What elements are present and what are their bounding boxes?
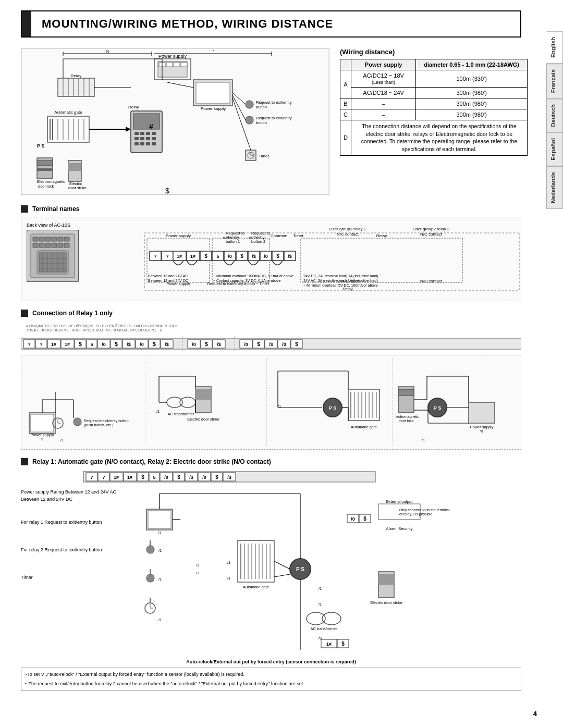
svg-text:/$: /$ (189, 475, 193, 480)
svg-text:button: button (256, 105, 267, 109)
conn-diag-3-svg: P S Automatic gate /1 (270, 361, 390, 444)
svg-text:Timer: Timer (293, 233, 303, 238)
conn-diag-1-svg: Power supply /1 Request to exit/entry bu… (27, 361, 141, 444)
row-label-a: A (340, 70, 351, 98)
table-row: C – 300m (980') (340, 109, 528, 120)
svg-text:/1: /1 (278, 404, 281, 409)
wiring-diagram-svg: Power supply % " Relay (21, 48, 329, 194)
svg-text:24V AC, 3A (resistive load) 1A: 24V AC, 3A (resistive load) 1A (inductiv… (303, 279, 378, 283)
svg-text:$: $ (141, 474, 144, 480)
svg-text:Power supply: Power supply (30, 433, 54, 437)
relay1-only-label: Connection of Relay 1 only (32, 310, 113, 317)
svg-rect-67 (37, 168, 53, 171)
svg-text:External output: External output (386, 499, 413, 504)
svg-text:P S: P S (37, 143, 44, 149)
svg-text:$: $ (276, 253, 279, 259)
svg-text:button 1: button 1 (226, 239, 240, 244)
svg-text:door strike: door strike (68, 186, 87, 190)
svg-rect-89 (58, 237, 63, 241)
svg-text:1#: 1# (127, 475, 132, 480)
col-header-row-label (340, 59, 351, 70)
svg-rect-93 (45, 243, 51, 248)
lang-spanish[interactable]: Español (546, 132, 563, 166)
svg-text:~ Minimum overload :5V DC, 100: ~ Minimum overload :5V DC, 100mA or abov… (303, 283, 378, 287)
svg-text:/$: /$ (165, 342, 169, 347)
relay12-terminal-strip: 7 7 1# 1# $ 5 /0 $ /$ /0 $ /$ (21, 470, 521, 484)
svg-rect-85 (33, 237, 38, 241)
svg-text:/0: /0 (351, 516, 355, 522)
svg-text:$: $ (204, 253, 207, 259)
lang-french[interactable]: Français (546, 64, 563, 98)
conn-diagram-1: Power supply /1 Request to exit/entry bu… (25, 359, 145, 446)
svg-rect-42 (146, 137, 150, 140)
svg-text:User group1 relay 1: User group1 relay 1 (329, 227, 366, 231)
svg-rect-333 (378, 504, 420, 520)
page-title-box: MOUNTING/WIRING METHOD, WIRING DISTANCE (21, 10, 521, 38)
svg-text:AC transformer: AC transformer (167, 412, 194, 416)
main-content: MOUNTING/WIRING METHOD, WIRING DISTANCE … (0, 0, 563, 712)
page-number: 4 (533, 710, 537, 718)
svg-text:Relay: Relay (128, 105, 139, 109)
svg-rect-237 (348, 389, 380, 421)
svg-text:Request to exit/entry: Request to exit/entry (256, 100, 292, 105)
svg-text:7: 7 (102, 475, 105, 480)
table-row: A AC/DC12 ~ 18V(Less than) 100m (330') (340, 70, 528, 88)
svg-text:1#: 1# (65, 342, 70, 347)
svg-text:Between 12 and 24V DC: Between 12 and 24V DC (148, 279, 188, 282)
timer-label-left: Timer (21, 575, 136, 580)
svg-text:Relay: Relay (342, 287, 352, 291)
col-header-power-supply: Power supply (351, 59, 415, 70)
relay1-strip-svg: 7 7 1# 1# $ 5 /0 $ /$ /0 $ (21, 336, 521, 352)
auto-relock-title: Auto-relock/External out put by forced e… (21, 659, 521, 664)
relay1-terminal-strip-container: &YBNQMF PG FMFDUSJDF DǐǐYBNQMF PG BVUPNǐ… (21, 321, 521, 334)
svg-rect-51 (196, 82, 230, 103)
relay12-main-diagram: /1 /1 /1 /1 (144, 488, 535, 655)
svg-text:/1: /1 (60, 438, 64, 442)
svg-text:Power supply: Power supply (166, 233, 191, 238)
svg-text:/0: /0 (244, 342, 248, 347)
svg-text:5: 5 (216, 254, 219, 259)
connection-diagrams-row: Power supply /1 Request to exit/entry bu… (21, 355, 521, 450)
svg-text:$: $ (205, 341, 208, 347)
svg-rect-4 (166, 63, 173, 67)
svg-rect-6 (181, 63, 187, 67)
svg-text:/1: /1 (158, 577, 162, 582)
svg-text:$: $ (240, 253, 243, 259)
relay12-main-svg: /1 /1 /1 /1 (144, 488, 535, 655)
svg-text:Request to exit/entry: Request to exit/entry (256, 116, 292, 120)
svg-text:/1: /1 (158, 618, 162, 622)
svg-text:/$: /$ (217, 342, 221, 347)
lang-english[interactable]: English (546, 31, 563, 64)
svg-rect-56 (246, 116, 253, 124)
svg-text:$: $ (79, 341, 82, 347)
svg-text:$: $ (165, 187, 169, 194)
svg-rect-94 (52, 243, 57, 248)
lang-dutch[interactable]: Nederlands (546, 166, 563, 209)
relay12-left-labels: Power supply Rating Between 12 and 24V A… (21, 488, 136, 655)
table-row: AC/DC18 ~ 24V 300m (980') (340, 88, 528, 98)
row-label-b: B (340, 98, 351, 109)
conn-diagram-2: Electric door strike /1 AC transformer (146, 359, 267, 446)
svg-text:Automatic gate: Automatic gate (54, 110, 82, 115)
wiring-distance-table: Power supply diameter 0.65 - 1.0 mm (22-… (340, 59, 528, 156)
ps-ac-dc18-24: AC/DC18 ~ 24V (351, 88, 415, 98)
svg-text:/$: /$ (269, 342, 273, 347)
svg-text:7: 7 (154, 254, 156, 259)
svg-text:#: # (149, 122, 153, 131)
svg-text:Alarm, Security: Alarm, Security (386, 526, 413, 531)
terminal-diagram-svg: Power supply Request to exit/entry butto… (92, 223, 520, 295)
svg-rect-37 (140, 132, 144, 135)
svg-rect-92 (39, 243, 44, 248)
svg-rect-254 (469, 402, 495, 423)
main-wiring-diagram: Power supply % " Relay (21, 48, 329, 195)
svg-text:Electromagnetic: Electromagnetic (37, 179, 65, 184)
svg-rect-66 (37, 161, 53, 166)
svg-text:/0: /0 (228, 254, 232, 259)
svg-rect-343 (378, 574, 394, 585)
svg-rect-314 (238, 540, 274, 582)
dist-300m-3: 300m (980') (416, 109, 528, 120)
svg-text:/0: /0 (192, 342, 196, 347)
lang-german[interactable]: Deutsch (546, 98, 563, 132)
svg-text:1#: 1# (326, 641, 332, 647)
svg-text:(push button, etc.): (push button, etc.) (84, 423, 113, 427)
